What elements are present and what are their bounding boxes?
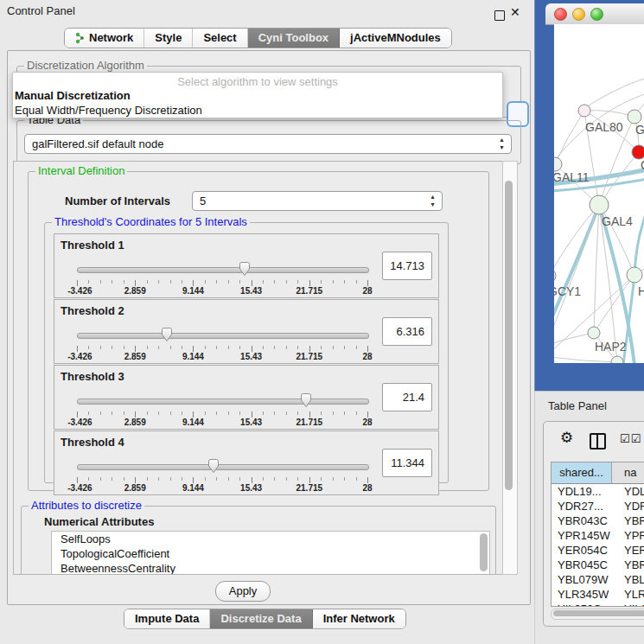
slider-scale-labels: -3.4262.8599.14415.4321.71528 bbox=[77, 352, 367, 361]
threshold-2-label: Threshold 2 bbox=[61, 304, 124, 317]
top-tab-bar: Network Style Select Cyni Toolbox jActiv… bbox=[64, 28, 452, 48]
threshold-2-slider-thumb[interactable] bbox=[161, 327, 174, 342]
threshold-3-slider-thumb[interactable] bbox=[300, 392, 313, 408]
window-close-icon[interactable] bbox=[554, 8, 567, 21]
slider-ticks bbox=[77, 477, 368, 483]
node-table: shared... na YDL19...YDL1 YDR27...YDR2 Y… bbox=[551, 462, 644, 607]
table-panel: Table Panel ⚙ ☑☑ shared... na YDL19...YD… bbox=[534, 391, 644, 644]
option-equal-width-frequency[interactable]: Equal Width/Frequency Discretization bbox=[13, 103, 502, 118]
network-canvas: GAL80GACGAL11GAL4GCY1HHAP2 bbox=[554, 24, 644, 363]
threshold-2-slider[interactable] bbox=[77, 333, 369, 339]
columns-icon[interactable] bbox=[590, 433, 606, 450]
network-node[interactable] bbox=[627, 267, 642, 283]
screen: Control Panel ✕ Network Style Select Cyn… bbox=[0, 0, 644, 644]
tab-jactivemnodules[interactable]: jActiveMNodules bbox=[340, 29, 451, 48]
network-node[interactable] bbox=[628, 110, 641, 124]
table-horizontal-scrollbar[interactable] bbox=[551, 609, 644, 620]
table-row[interactable]: YPR145WYPR1 bbox=[552, 528, 644, 543]
table-panel-toolbar: ⚙ ☑☑ bbox=[544, 422, 644, 456]
table-row[interactable]: YBR043CYBR0 bbox=[552, 513, 644, 528]
cyni-toolbox-panel: Discretization Algorithm Select algorith… bbox=[7, 50, 531, 605]
column-header-name[interactable]: na bbox=[612, 462, 644, 483]
threshold-3-value-field[interactable]: 21.4 bbox=[382, 383, 432, 411]
attributes-group: Attributes to discretize Numerical Attri… bbox=[21, 506, 496, 575]
threshold-4-slider-thumb[interactable] bbox=[207, 458, 220, 474]
threshold-1-slider[interactable] bbox=[77, 267, 369, 273]
control-panel-window: Control Panel ✕ Network Style Select Cyn… bbox=[0, 0, 534, 644]
scrollbar-thumb[interactable] bbox=[553, 610, 644, 616]
table-row[interactable]: YIL052CYIL0 bbox=[552, 602, 644, 607]
list-item[interactable]: TopologicalCoefficient bbox=[52, 546, 489, 561]
tab-select[interactable]: Select bbox=[193, 29, 247, 48]
network-node[interactable] bbox=[632, 145, 644, 159]
table-row[interactable]: YLR345WYLR3 bbox=[552, 587, 644, 602]
threshold-4-slider[interactable] bbox=[77, 464, 369, 470]
bottom-tab-bar: Impute Data Discretize Data Infer Networ… bbox=[124, 609, 406, 629]
slider-scale-labels: -3.4262.8599.14415.4321.71528 bbox=[77, 483, 367, 493]
scrollbar-thumb[interactable] bbox=[505, 181, 513, 490]
table-row[interactable]: YDL19...YDL1 bbox=[552, 484, 644, 499]
threshold-3-slider[interactable] bbox=[77, 399, 369, 405]
table-row[interactable]: YBR045CYBR0 bbox=[552, 558, 644, 572]
tab-infer-network[interactable]: Infer Network bbox=[313, 609, 405, 628]
option-manual-discretization[interactable]: Manual Discretization bbox=[13, 88, 502, 103]
tab-network[interactable]: Network bbox=[65, 29, 144, 48]
combobox-arrows-icon: ▲▼ bbox=[430, 193, 436, 208]
table-row[interactable]: YER054CYER0 bbox=[552, 543, 644, 558]
slider-scale-labels: -3.4262.8599.14415.4321.71528 bbox=[77, 418, 367, 427]
network-desktop: GAL80GACGAL11GAL4GCY1HHAP2 bbox=[534, 0, 644, 391]
network-window-titlebar[interactable] bbox=[545, 3, 644, 25]
table-panel-title: Table Panel bbox=[548, 399, 607, 412]
threshold-3-label: Threshold 3 bbox=[61, 370, 124, 383]
attributes-list-scrollbar[interactable] bbox=[480, 533, 488, 571]
network-node-label: C bbox=[641, 158, 644, 172]
close-icon[interactable]: ✕ bbox=[510, 5, 520, 19]
table-data-combobox[interactable]: galFiltered.sif default node ▲▼ bbox=[24, 134, 512, 154]
threshold-2-value-field[interactable]: 6.316 bbox=[382, 317, 432, 346]
right-column: GAL80GACGAL11GAL4GCY1HHAP2 Table Panel ⚙… bbox=[534, 0, 644, 644]
panel-title: Control Panel bbox=[7, 4, 75, 17]
thresholds-group-title: Threshold's Coordinates for 5 Intervals bbox=[52, 215, 250, 228]
network-node-label: H bbox=[638, 284, 644, 298]
network-node[interactable] bbox=[578, 105, 590, 117]
window-zoom-icon[interactable] bbox=[590, 8, 603, 21]
combobox-arrows-icon: ▲▼ bbox=[499, 136, 505, 151]
apply-button[interactable]: Apply bbox=[215, 581, 271, 602]
network-node[interactable] bbox=[590, 195, 609, 214]
settings-scroll-viewport: Interval Definition Number of Intervals … bbox=[13, 161, 503, 575]
network-node-label: GA bbox=[635, 123, 644, 137]
table-row[interactable]: YDR27...YDR2 bbox=[552, 499, 644, 513]
select-columns-checkboxes-icon[interactable]: ☑☑ bbox=[620, 432, 641, 445]
float-window-icon[interactable] bbox=[494, 10, 505, 21]
network-canvas-area[interactable]: GAL80GACGAL11GAL4GCY1HHAP2 bbox=[554, 24, 644, 363]
numerical-attributes-label: Numerical Attributes bbox=[44, 515, 154, 528]
main-vertical-scrollbar[interactable] bbox=[502, 161, 518, 575]
tab-impute-data[interactable]: Impute Data bbox=[124, 609, 210, 628]
tab-cyni-toolbox[interactable]: Cyni Toolbox bbox=[248, 29, 340, 48]
numerical-attributes-list[interactable]: SelfLoops TopologicalCoefficient Between… bbox=[51, 531, 490, 575]
network-node[interactable] bbox=[554, 269, 556, 283]
algorithm-dropdown-popup: Select algorithm to view settings Manual… bbox=[12, 72, 503, 118]
threshold-1-slider-thumb[interactable] bbox=[238, 261, 251, 277]
slider-ticks bbox=[77, 280, 368, 286]
list-item[interactable]: BetweennessCentrality bbox=[52, 561, 489, 575]
table-row[interactable]: YBL079WYBL0 bbox=[552, 572, 644, 587]
table-panel-subwindow: ⚙ ☑☑ shared... na YDL19...YDL1 YDR27...Y… bbox=[543, 421, 644, 627]
number-of-intervals-combobox[interactable]: 5 ▲▼ bbox=[192, 191, 443, 211]
interval-definition-title: Interval Definition bbox=[35, 164, 127, 177]
list-item[interactable]: SelfLoops bbox=[52, 532, 489, 546]
network-node[interactable] bbox=[554, 157, 562, 171]
threshold-1-value-field[interactable]: 14.713 bbox=[382, 252, 432, 280]
column-header-shared-name[interactable]: shared... bbox=[552, 462, 612, 483]
tab-discretize-data[interactable]: Discretize Data bbox=[210, 609, 312, 628]
threshold-4-value-field[interactable]: 11.344 bbox=[382, 449, 432, 477]
threshold-1-label: Threshold 1 bbox=[61, 239, 124, 252]
gear-icon[interactable]: ⚙ bbox=[560, 429, 573, 447]
tab-style[interactable]: Style bbox=[144, 29, 193, 48]
algorithm-placeholder-option[interactable]: Select algorithm to view settings bbox=[13, 73, 502, 88]
slider-scale-labels: -3.4262.8599.14415.4321.71528 bbox=[77, 286, 367, 296]
network-node[interactable] bbox=[588, 327, 600, 339]
window-minimize-icon[interactable] bbox=[572, 8, 585, 21]
attributes-group-title: Attributes to discretize bbox=[29, 499, 144, 512]
threshold-2-block: Threshold 2 -3.4262.8599.14415.4321.7152… bbox=[54, 299, 439, 364]
